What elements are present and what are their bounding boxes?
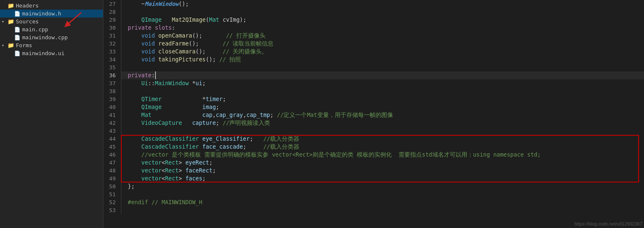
sidebar-item-label: Sources <box>16 18 39 25</box>
code-line-51: 51 <box>103 190 644 198</box>
code-line-38: 38 <box>103 87 644 95</box>
line-content: QImage imag; <box>121 103 644 111</box>
line-content <box>121 63 644 71</box>
code-line-42: 42 VideoCapture capture; //声明视频读入类 <box>103 119 644 127</box>
line-number: 44 <box>103 135 121 143</box>
line-content: void openCamara(); // 打开摄像头 <box>121 32 644 40</box>
code-line-30: 30private slots: <box>103 24 644 32</box>
folder-icon: 📁 <box>8 42 14 48</box>
line-content <box>121 190 644 198</box>
code-line-40: 40 QImage imag; <box>103 103 644 111</box>
line-content: private slots: <box>121 24 644 32</box>
line-content: CascadeClassifier face_cascade; //载入分类器 <box>121 143 644 151</box>
code-line-27: 27 ~MainWindow(); <box>103 0 644 8</box>
tree-arrow: ▾ <box>2 43 8 48</box>
sidebar-item-mainwindow-h[interactable]: 📄mainwindow.h <box>0 10 103 18</box>
line-content: vector<Rect> faceRect; <box>121 167 644 175</box>
line-number: 30 <box>103 24 121 32</box>
line-content: VideoCapture capture; //声明视频读入类 <box>121 119 644 127</box>
line-content: //vector 是个类模板 需要提供明确的模板实参 vector<Rect>则… <box>121 151 644 159</box>
code-line-41: 41 Mat cap,cap_gray,cap_tmp; //定义一个Mat变量… <box>103 111 644 119</box>
line-number: 46 <box>103 151 121 159</box>
code-line-34: 34 void takingPictures(); // 拍照 <box>103 56 644 63</box>
folder-icon: 📁 <box>8 3 14 9</box>
line-number: 53 <box>103 206 121 214</box>
line-number: 45 <box>103 143 121 151</box>
sidebar-item-mainwindow-ui[interactable]: 📄mainwindow.ui <box>0 49 103 57</box>
code-line-32: 32 void readFarme(); // 读取当前帧信息 <box>103 40 644 48</box>
line-number: 35 <box>103 63 121 71</box>
line-content: CascadeClassifier eye_Classifier; //载入分类… <box>121 135 644 143</box>
code-line-49: 49 vector<Rect> faces; <box>103 175 644 182</box>
code-line-43: 43 <box>103 127 644 135</box>
line-number: 47 <box>103 159 121 167</box>
line-number: 50 <box>103 182 121 190</box>
sidebar-item-label: mainwindow.h <box>22 10 61 17</box>
line-content: void readFarme(); // 读取当前帧信息 <box>121 40 644 48</box>
code-line-44: 44 CascadeClassifier eye_Classifier; //载… <box>103 135 644 143</box>
code-line-39: 39 QTimer *timer; <box>103 95 644 103</box>
line-content: Mat cap,cap_gray,cap_tmp; //定义一个Mat变量，用于… <box>121 111 644 119</box>
code-line-53: 53 <box>103 206 644 214</box>
line-number: 31 <box>103 32 121 40</box>
line-content <box>121 87 644 95</box>
code-line-31: 31 void openCamara(); // 打开摄像头 <box>103 32 644 40</box>
tree-arrow: ▾ <box>2 19 8 24</box>
line-number: 33 <box>103 48 121 56</box>
sidebar-item-main-cpp[interactable]: 📄main.cpp <box>0 25 103 33</box>
line-content: #endif // MAINWINDOW_H <box>121 198 644 206</box>
line-number: 52 <box>103 198 121 206</box>
line-number: 41 <box>103 111 121 119</box>
line-number: 34 <box>103 56 121 63</box>
line-number: 40 <box>103 103 121 111</box>
line-number: 48 <box>103 167 121 175</box>
sidebar-item-label: main.cpp <box>22 26 48 33</box>
sidebar-item-headers-folder[interactable]: 📁Headers <box>0 2 103 10</box>
line-number: 42 <box>103 119 121 127</box>
line-content <box>121 127 644 135</box>
sidebar-item-label: Headers <box>16 3 39 9</box>
line-number: 36 <box>103 71 121 79</box>
code-line-33: 33 void closeCamara(); // 关闭摄像头。 <box>103 48 644 56</box>
code-line-47: 47 vector<Rect> eyeRect; <box>103 159 644 167</box>
line-number: 51 <box>103 190 121 198</box>
sidebar-item-label: mainwindow.cpp <box>22 34 68 41</box>
sidebar-item-sources-folder[interactable]: ▾📁Sources <box>0 18 103 25</box>
line-content: QTimer *timer; <box>121 95 644 103</box>
line-content: vector<Rect> eyeRect; <box>121 159 644 167</box>
line-number: 39 <box>103 95 121 103</box>
line-content: Ui::MainWindow *ui; <box>121 79 644 87</box>
cpp-file-icon: 📄 <box>14 27 20 33</box>
code-line-48: 48 vector<Rect> faceRect; <box>103 167 644 175</box>
line-number: 32 <box>103 40 121 48</box>
line-content: private: <box>121 71 644 79</box>
sidebar-item-forms-folder[interactable]: ▾📁Forms <box>0 41 103 49</box>
code-line-29: 29 QImage Mat2QImage(Mat cvImg); <box>103 16 644 24</box>
code-line-28: 28 <box>103 8 644 16</box>
line-content: vector<Rect> faces; <box>121 175 644 182</box>
h-file-icon: 📄 <box>14 11 20 17</box>
line-number: 49 <box>103 175 121 182</box>
line-number: 38 <box>103 87 121 95</box>
line-content: ~MainWindow(); <box>121 0 644 8</box>
code-line-37: 37 Ui::MainWindow *ui; <box>103 79 644 87</box>
line-number: 28 <box>103 8 121 16</box>
line-content <box>121 206 644 214</box>
code-line-50: 50}; <box>103 182 644 190</box>
code-line-35: 35 <box>103 63 644 71</box>
folder-icon: 📁 <box>8 18 14 25</box>
code-line-46: 46 //vector 是个类模板 需要提供明确的模板实参 vector<Rec… <box>103 151 644 159</box>
sidebar-item-label: mainwindow.ui <box>22 50 65 56</box>
line-number: 43 <box>103 127 121 135</box>
line-content: void takingPictures(); // 拍照 <box>121 56 644 63</box>
sidebar-item-mainwindow-cpp[interactable]: 📄mainwindow.cpp <box>0 33 103 41</box>
code-line-36: 36private: <box>103 71 644 79</box>
line-number: 27 <box>103 0 121 8</box>
line-content <box>121 8 644 16</box>
ui-file-icon: 📄 <box>14 51 20 56</box>
line-number: 29 <box>103 16 121 24</box>
line-content: void closeCamara(); // 关闭摄像头。 <box>121 48 644 56</box>
code-line-52: 52#endif // MAINWINDOW_H <box>103 198 644 206</box>
code-line-45: 45 CascadeClassifier face_cascade; //载入分… <box>103 143 644 151</box>
sidebar-item-label: Forms <box>16 42 32 48</box>
